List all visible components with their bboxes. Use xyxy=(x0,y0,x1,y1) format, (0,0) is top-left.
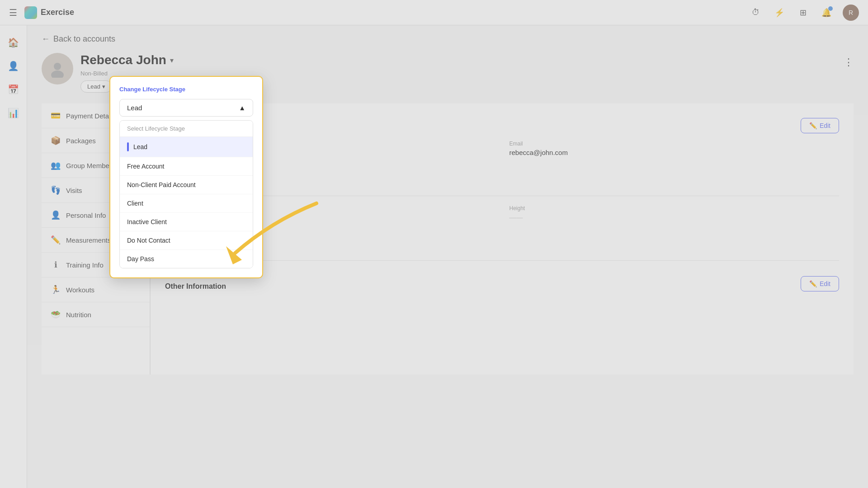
lifecycle-dropdown-popup: Change Lifecycle Stage Lead ▲ Select Lif… xyxy=(109,76,263,278)
option-inactive-label: Inactive Client xyxy=(127,218,167,225)
option-client[interactable]: Client xyxy=(120,194,253,213)
option-free-account[interactable]: Free Account xyxy=(120,157,253,176)
select-chevron-up: ▲ xyxy=(239,104,245,112)
option-non-client-paid[interactable]: Non-Client Paid Account xyxy=(120,176,253,194)
option-non-client-label: Non-Client Paid Account xyxy=(127,181,196,188)
option-lead-label: Lead xyxy=(133,143,147,150)
dropdown-title: Change Lifecycle Stage xyxy=(119,86,253,93)
dropdown-placeholder: Select Lifecycle Stage xyxy=(120,121,253,137)
option-do-not-contact-label: Do Not Contact xyxy=(127,237,170,244)
option-lead[interactable]: Lead xyxy=(120,137,253,157)
option-accent xyxy=(127,142,129,151)
option-client-label: Client xyxy=(127,200,143,207)
option-free-account-label: Free Account xyxy=(127,163,165,170)
option-day-pass-label: Day Pass xyxy=(127,255,154,263)
option-do-not-contact[interactable]: Do Not Contact xyxy=(120,231,253,250)
option-day-pass[interactable]: Day Pass xyxy=(120,250,253,268)
lifecycle-current-value: Lead xyxy=(127,104,142,112)
option-inactive-client[interactable]: Inactive Client xyxy=(120,213,253,231)
lifecycle-select-box[interactable]: Lead ▲ xyxy=(119,99,253,117)
lifecycle-options-list: Select Lifecycle Stage Lead Free Account… xyxy=(119,120,253,268)
